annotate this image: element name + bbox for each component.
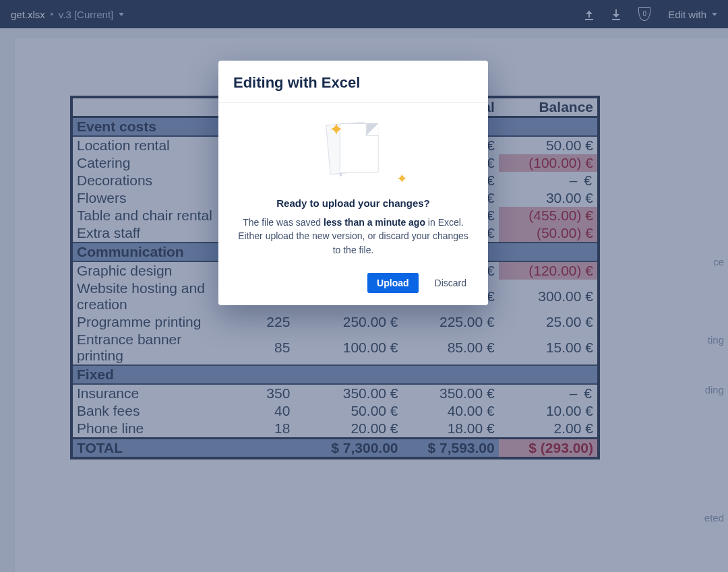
sparkle-icon: ✦ — [329, 119, 344, 140]
modal-title: Editing with Excel — [218, 61, 488, 102]
sparkle-icon: ✦ — [338, 172, 344, 179]
upload-button[interactable]: Upload — [367, 273, 418, 293]
discard-button[interactable]: Discard — [425, 273, 476, 293]
document-icon — [340, 123, 379, 173]
modal-question: Ready to upload your changes? — [236, 197, 471, 209]
sparkle-icon: ✦ — [396, 170, 408, 187]
document-sparkle-graphic: ✦ ✦ ✦ — [236, 118, 471, 185]
modal-description: The file was saved less than a minute ag… — [236, 216, 471, 257]
editing-with-excel-modal: Editing with Excel ✦ ✦ ✦ Ready to upload… — [218, 61, 488, 305]
